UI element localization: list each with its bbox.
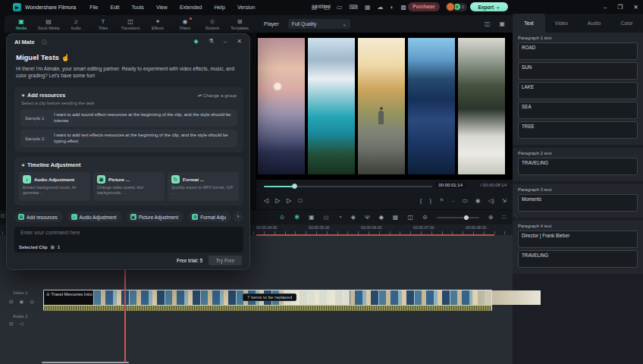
preview-image-icon[interactable]: ▣ [499,20,505,27]
next-frame-button[interactable]: ▷ [287,197,291,204]
quality-selector[interactable]: Full Quality ⌄ [288,19,350,29]
experiment-flask-icon[interactable]: ⚗ [209,38,214,45]
keyframe-icon[interactable]: ◆ [379,214,384,221]
speed-icon[interactable]: ◔ [338,214,342,221]
chips-scroll-right-button[interactable]: › [233,212,243,222]
change-group-button[interactable]: ⇄ Change a group [198,93,237,98]
mirror-screen-icon[interactable]: ▭ [463,197,468,204]
text-field[interactable]: LAKE [518,82,638,99]
zoom-slider-knob[interactable] [464,215,469,220]
zoom-in-icon[interactable]: ⊕ [488,214,494,221]
close-panel-icon[interactable]: ✕ [237,38,242,45]
volume-icon[interactable]: ◁) [488,197,494,204]
solo-icon[interactable]: ◎ [30,299,34,305]
track-manager-icon[interactable]: ∷ [502,214,507,221]
crop-icon[interactable]: ◫ [407,214,413,221]
pip-icon[interactable]: ▦ [365,4,371,11]
text-field[interactable]: ROAD [518,42,638,60]
sample-2-row[interactable]: Sample 2 I want to add text effects reso… [20,130,237,147]
tab-templates[interactable]: ⊞ Templates [226,18,253,30]
render-preview-icon[interactable]: ▦ [393,214,399,221]
text-field[interactable]: TREE [518,121,638,139]
theme-icon[interactable]: ◐ [391,4,394,11]
screen-record-icon[interactable]: ▭ [337,4,343,11]
text-field[interactable]: TRAVELING [518,158,638,175]
tab-filters[interactable]: ◉ Filters [171,18,199,30]
share-icon[interactable]: ◳ [324,4,330,11]
mark-in-button[interactable]: { [420,197,422,204]
chip-format-adjustment[interactable]: ⚙ Format Adju [188,212,231,222]
account-badges[interactable]: 0 0 [446,2,467,11]
restore-button[interactable]: ❐ [617,4,623,11]
tab-text[interactable]: Text [513,14,545,33]
minimize-panel-icon[interactable]: – [224,38,227,45]
keyboard-icon[interactable]: ⌨ [349,4,358,11]
zoom-out-icon[interactable]: ⊖ [422,214,428,221]
lock-icon[interactable]: ⊡ [9,321,13,327]
text-field[interactable]: TRAVELING [518,250,638,268]
avatar-badge[interactable] [446,2,455,11]
marker-flag-icon[interactable]: ⚑ [439,197,444,204]
device-icon[interactable]: ▤ [312,4,318,11]
audio-adjustment-card[interactable]: ♪ Audio Adjustment Extract background mu… [19,172,90,201]
snapshot-icon[interactable]: ◉ [475,197,481,204]
menu-view[interactable]: View [156,5,168,10]
menu-tools[interactable]: Tools [132,5,144,10]
tab-transitions[interactable]: ◫ Transitions [117,18,144,30]
tab-color[interactable]: Color [610,14,643,33]
tab-stickers[interactable]: ☺ Stickers [199,18,226,30]
menu-edit[interactable]: Edit [110,5,119,10]
ai-mate-icon[interactable]: ☺ [279,214,285,221]
tab-media[interactable]: ▣ Media [8,18,35,30]
picture-adjustment-card[interactable]: ▣ Picture ... Change video speed, blur b… [93,172,165,201]
tab-effects[interactable]: ✶ Effects [144,18,171,30]
text-field[interactable]: Director | Frank Bieber [518,231,638,248]
menu-help[interactable]: Help [215,5,225,10]
copy-icon[interactable]: ▣ [309,214,315,221]
more-icon[interactable]: · [516,214,518,221]
magic-tools-icon[interactable]: ✻ [294,214,300,221]
tab-titles[interactable]: T Titles [89,18,117,30]
export-button[interactable]: Export ⌄ [470,2,508,11]
split-view-icon[interactable]: ◫ [485,20,491,27]
fullscreen-icon[interactable]: ⇲ [502,197,507,204]
cloud-icon[interactable]: ☁ [378,4,384,11]
text-field[interactable]: SUN [518,62,638,80]
chip-picture-adjustment[interactable]: ▣ Picture Adjustment [127,212,184,222]
record-voiceover-icon[interactable]: Ψ [365,214,370,221]
tab-audio[interactable]: ♫ Audio [62,18,89,30]
label-tag-icon[interactable]: ◈ [194,38,199,45]
mask-icon[interactable]: ◈ [351,214,356,221]
layout-grid-icon[interactable]: ▩ [400,4,406,11]
mute-icon[interactable]: ◁ [19,321,23,327]
menu-extended[interactable]: Extended [180,5,202,10]
previous-frame-button[interactable]: ◁ [264,197,268,204]
minimize-button[interactable]: – [604,4,607,11]
tab-video[interactable]: Video [545,14,578,33]
preview-canvas[interactable] [256,33,513,180]
try-free-button[interactable]: Try Free [209,256,242,265]
seek-bar[interactable] [264,186,432,187]
command-input[interactable] [19,229,234,236]
text-field[interactable]: Moments [518,194,638,212]
timeline-zoom-slider[interactable] [437,217,479,218]
info-icon[interactable]: ⓘ [42,39,47,46]
tab-audio-props[interactable]: Audio [578,14,610,33]
stop-button[interactable]: □ [298,197,302,204]
menu-version[interactable]: Version [237,5,255,10]
chip-add-resources[interactable]: ⊞ Add resources [14,212,63,222]
group-icon[interactable]: ▤ [323,214,329,221]
seek-handle[interactable] [292,184,297,189]
tab-stock-media[interactable]: ▤ Stock Media [35,18,62,30]
menu-file[interactable]: File [89,5,98,10]
lock-icon[interactable]: ⊡ [9,299,13,305]
play-button[interactable]: ▷ [275,197,280,204]
purchase-button[interactable]: Purchase [408,2,440,11]
text-field[interactable]: SEA [518,102,638,119]
eye-icon[interactable]: ◉ [19,299,24,305]
format-adjustment-card[interactable]: ↻ Format ... Quickly export to MP3 forma… [168,172,239,201]
sample-1-row[interactable]: Sample 1 I want to add sound effect reso… [20,109,237,127]
collapsed-panel-handle-icon[interactable]: ⊟ [1,213,5,219]
close-button[interactable]: ✕ [633,4,638,11]
horizontal-scrollbar[interactable] [42,362,129,363]
